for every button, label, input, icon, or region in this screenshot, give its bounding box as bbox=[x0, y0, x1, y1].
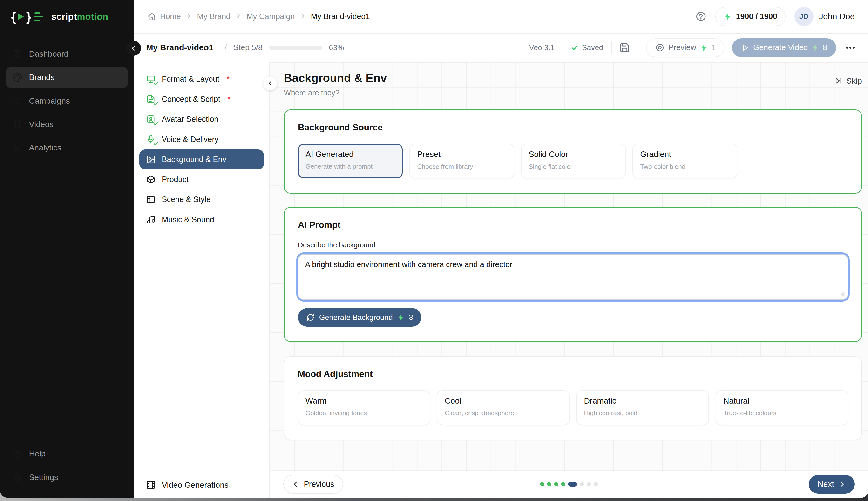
background-prompt-textarea[interactable]: A bright studio environment with camera … bbox=[298, 254, 848, 300]
save-icon[interactable] bbox=[619, 42, 630, 53]
sidebar-item-videos[interactable]: Videos bbox=[6, 114, 128, 135]
sidebar-item-campaigns[interactable]: Campaigns bbox=[6, 90, 128, 111]
sidebar-item-dashboard[interactable]: Dashboard bbox=[6, 43, 128, 65]
image-icon bbox=[146, 155, 156, 164]
required-asterisk: * bbox=[228, 95, 231, 104]
generate-video-button[interactable]: Generate Video 8 bbox=[732, 38, 836, 57]
chevron-left-icon bbox=[130, 45, 137, 52]
step-dot[interactable] bbox=[554, 482, 558, 486]
bolt-icon bbox=[700, 44, 707, 51]
skip-button[interactable]: Skip bbox=[834, 76, 862, 86]
sidebar-footer: Help Settings bbox=[0, 443, 134, 498]
credits-badge[interactable]: 1900 / 1900 bbox=[715, 7, 785, 26]
step-dot[interactable] bbox=[587, 482, 591, 486]
source-option-gradient[interactable]: Gradient Two-color blend bbox=[632, 144, 737, 178]
app-window: { } scriptmotion Dashboard Brands Campai… bbox=[0, 0, 868, 501]
bolt-icon bbox=[812, 44, 819, 51]
more-options-button[interactable] bbox=[845, 43, 856, 52]
preview-button[interactable]: Preview 1 bbox=[646, 38, 724, 57]
sidebar-item-analytics[interactable]: Analytics bbox=[6, 137, 128, 158]
source-option-preset[interactable]: Preset Choose from library bbox=[409, 144, 514, 178]
chevron-right-icon bbox=[186, 12, 192, 21]
breadcrumb-home[interactable]: Home bbox=[147, 12, 181, 21]
check-icon bbox=[153, 141, 158, 146]
document-icon bbox=[146, 95, 156, 104]
chevron-right-icon bbox=[235, 12, 242, 21]
required-asterisk: * bbox=[227, 75, 230, 84]
section-title: Mood Adjustment bbox=[298, 369, 848, 379]
check-icon bbox=[571, 44, 578, 52]
dashboard-icon bbox=[13, 50, 22, 59]
step-indicator: Step 5/8 bbox=[233, 43, 262, 52]
source-option-ai-generated[interactable]: AI Generated Generate with a prompt bbox=[298, 144, 403, 178]
step-format-layout[interactable]: Format & Layout* bbox=[139, 69, 264, 89]
logo-mark-icon: { } bbox=[11, 10, 43, 23]
step-dot[interactable] bbox=[593, 482, 598, 486]
back-button[interactable] bbox=[126, 41, 141, 56]
source-option-solid-color[interactable]: Solid Color Single flat color bbox=[521, 144, 626, 178]
steps-panel: Format & Layout* Concept & Script* Avata… bbox=[134, 62, 270, 498]
ai-prompt-section: AI Prompt Describe the background A brig… bbox=[284, 207, 862, 342]
film-icon bbox=[146, 480, 156, 490]
mood-option-dramatic[interactable]: Dramatic High contrast, bold bbox=[576, 390, 709, 425]
breadcrumb-my-brand[interactable]: My Brand bbox=[197, 12, 230, 21]
chevron-right-icon bbox=[300, 12, 306, 21]
sidebar-item-help[interactable]: Help bbox=[6, 443, 128, 464]
step-avatar-selection[interactable]: Avatar Selection* bbox=[139, 109, 264, 129]
microphone-icon bbox=[146, 135, 156, 144]
step-canvas: Background & Env Where are they? Skip Ba… bbox=[270, 62, 868, 498]
help-icon[interactable] bbox=[695, 11, 706, 22]
previous-button[interactable]: Previous bbox=[283, 475, 343, 493]
generate-background-button[interactable]: Generate Background 3 bbox=[298, 308, 421, 327]
step-dot[interactable] bbox=[547, 482, 551, 486]
bolt-icon bbox=[724, 12, 731, 20]
chevron-right-icon bbox=[838, 480, 846, 488]
video-generations-link[interactable]: Video Generations bbox=[134, 472, 269, 498]
step-dot[interactable] bbox=[540, 482, 544, 486]
project-toolbar: My Brand-video1 / Step 5/8 63% Veo 3.1 S… bbox=[134, 33, 868, 62]
step-dot[interactable] bbox=[561, 482, 565, 486]
sidebar-item-settings[interactable]: Settings bbox=[6, 467, 128, 488]
step-music-sound[interactable]: Music & Sound* bbox=[139, 210, 264, 230]
step-background-env[interactable]: Background & Env* bbox=[139, 149, 264, 170]
check-icon bbox=[153, 81, 158, 86]
section-title: Background Source bbox=[298, 122, 848, 132]
preview-cost: 1 bbox=[711, 43, 715, 52]
breadcrumb-my-campaign[interactable]: My Campaign bbox=[247, 12, 295, 21]
step-dot[interactable] bbox=[568, 482, 577, 487]
bolt-icon bbox=[397, 314, 404, 321]
mood-option-warm[interactable]: Warm Golden, inviting tones bbox=[298, 390, 430, 425]
background-source-section: Background Source AI Generated Generate … bbox=[284, 109, 862, 194]
megaphone-icon bbox=[13, 96, 22, 106]
avatar-card-icon bbox=[146, 115, 156, 124]
check-icon bbox=[153, 121, 158, 126]
sidebar-item-brands[interactable]: Brands bbox=[6, 67, 128, 88]
progress-bar bbox=[269, 45, 322, 50]
mood-option-natural[interactable]: Natural True-to-life colours bbox=[716, 390, 848, 425]
model-label: Veo 3.1 bbox=[529, 43, 555, 52]
skip-forward-icon bbox=[834, 77, 843, 85]
film-icon bbox=[13, 120, 22, 129]
step-dots bbox=[540, 482, 598, 487]
brand-name: scriptmotion bbox=[51, 11, 108, 22]
app-header: Home My Brand My Campaign My Brand-video… bbox=[134, 0, 868, 33]
play-icon bbox=[18, 13, 24, 20]
generate-cost: 8 bbox=[823, 43, 827, 52]
step-scene-style[interactable]: Scene & Style* bbox=[139, 190, 264, 210]
project-title: My Brand-video1 bbox=[146, 43, 213, 52]
collapse-panel-button[interactable] bbox=[263, 76, 277, 90]
mood-option-cool[interactable]: Cool Clean, crisp atmosphere bbox=[437, 390, 569, 425]
step-voice-delivery[interactable]: Voice & Delivery* bbox=[139, 129, 264, 149]
user-menu[interactable]: JD John Doe bbox=[794, 7, 855, 26]
eye-icon bbox=[655, 43, 664, 52]
step-product[interactable]: Product* bbox=[139, 170, 264, 190]
app-logo[interactable]: { } scriptmotion bbox=[0, 0, 134, 33]
progress-percent: 63% bbox=[329, 43, 344, 52]
step-dot[interactable] bbox=[580, 482, 584, 486]
avatar: JD bbox=[794, 7, 814, 26]
step-concept-script[interactable]: Concept & Script* bbox=[139, 89, 264, 109]
prompt-field-label: Describe the background bbox=[298, 241, 848, 249]
gear-icon bbox=[13, 472, 22, 482]
next-button[interactable]: Next bbox=[809, 475, 855, 493]
page-title: Background & Env bbox=[284, 71, 387, 85]
